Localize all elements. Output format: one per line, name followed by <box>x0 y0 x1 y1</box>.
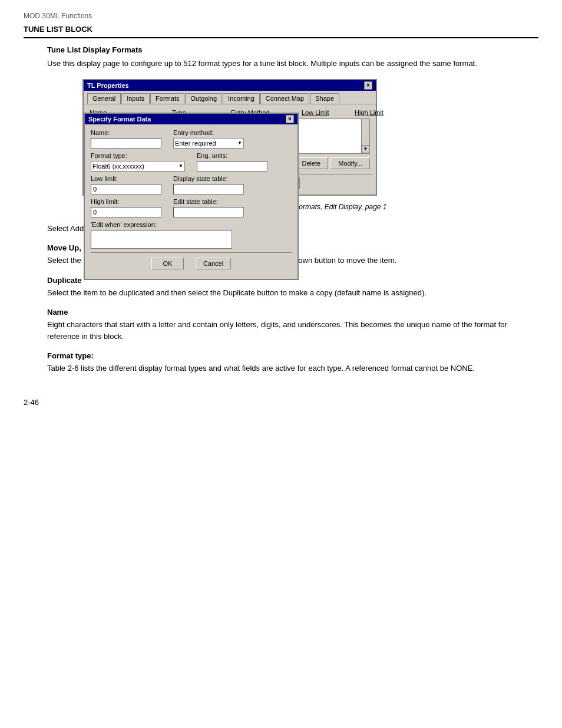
tab-connect-map[interactable]: Connect Map <box>260 93 309 104</box>
name-section-title: Name <box>47 308 538 317</box>
display-state-label: Display state table: <box>173 175 244 182</box>
sfd-titlebar: Specify Format Data × <box>85 114 297 124</box>
tab-general[interactable]: General <box>87 93 121 104</box>
tl-close-button[interactable]: × <box>364 81 372 90</box>
sfd-title: Specify Format Data <box>88 116 151 123</box>
modify-button[interactable]: Modify... <box>330 157 370 169</box>
sfd-cancel-button[interactable]: Cancel <box>196 258 231 269</box>
tab-outgoing[interactable]: Outgoing <box>185 93 222 104</box>
eng-units-input[interactable] <box>197 161 267 172</box>
section-name: Name Eight characters that start with a … <box>47 308 538 342</box>
edit-when-label: 'Edit when' expression: <box>91 221 292 228</box>
delete-button[interactable]: Delete <box>294 157 328 169</box>
edit-when-input[interactable] <box>91 230 232 249</box>
tab-formats[interactable]: Formats <box>150 93 184 104</box>
specify-format-dialog: Specify Format Data × Name: Entry method… <box>84 113 299 280</box>
tl-dialog-titlebar: TL Properties × <box>84 80 376 91</box>
section-format-type: Format type: Table 2-6 lists the differe… <box>47 351 538 374</box>
display-state-input[interactable] <box>173 184 244 195</box>
high-limit-input[interactable] <box>91 207 161 218</box>
low-limit-input[interactable] <box>91 184 161 195</box>
tl-dialog-title: TL Properties <box>87 82 129 89</box>
format-type-title: Format type: <box>47 351 538 360</box>
eng-units-label: Eng. units: <box>197 152 267 159</box>
low-limit-label: Low limit: <box>91 175 161 182</box>
description: Use this display page to configure up to… <box>47 58 538 70</box>
duplicate-text: Select the item to be duplicated and the… <box>47 287 538 299</box>
format-type-text: Table 2-6 lists the different display fo… <box>47 363 538 374</box>
tab-incoming[interactable]: Incoming <box>223 93 260 104</box>
tl-properties-dialog: TL Properties × General Inputs Formats O… <box>82 79 377 196</box>
col-high-limit: High Limit <box>355 109 408 116</box>
format-type-label: Format type: <box>91 152 185 159</box>
name-label: Name: <box>91 129 161 136</box>
page-header: MOD 30ML Functions <box>24 12 538 20</box>
page-footer: 2-46 <box>24 398 538 407</box>
high-limit-label: High limit: <box>91 198 161 205</box>
entry-method-select[interactable]: Enter required ▼ <box>173 138 244 149</box>
sfd-close-button[interactable]: × <box>286 115 294 123</box>
format-type-select[interactable]: Float6 (xx.xxxxxx) ▼ <box>91 161 185 172</box>
name-section-text: Eight characters that start with a lette… <box>47 319 538 342</box>
subsection-title: Tune List Display Formats <box>47 45 538 54</box>
edit-state-label: Edit state table: <box>173 198 244 205</box>
edit-state-input[interactable] <box>173 207 244 218</box>
sfd-ok-button[interactable]: OK <box>151 258 184 269</box>
tab-inputs[interactable]: Inputs <box>121 93 150 104</box>
scrollbar-down-arrow[interactable]: ▼ <box>362 145 370 153</box>
tab-shape[interactable]: Shape <box>310 93 339 104</box>
name-input[interactable] <box>91 138 161 149</box>
section-title: TUNE LIST BLOCK <box>24 25 538 38</box>
entry-method-label: Entry method: <box>173 129 244 136</box>
col-low-limit: Low Limit <box>302 109 355 116</box>
